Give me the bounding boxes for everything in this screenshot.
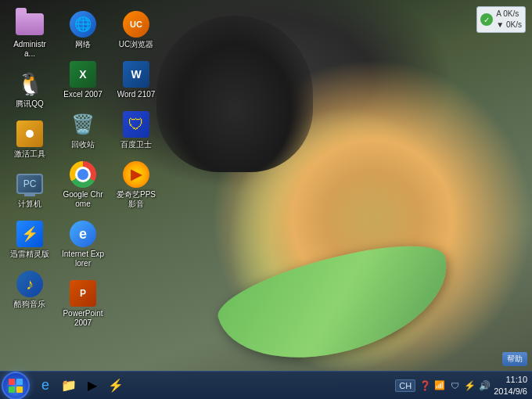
icon-qq-label: 腾讯QQ [16,99,44,109]
windows-logo [9,379,23,393]
uc-icon: UC [123,11,149,38]
clock[interactable]: 11:10 2014/9/6 [494,374,527,397]
taskbar-media-icon[interactable]: ▶ [81,375,103,397]
taskbar-quick-launch: e 📁 ▶ ⚡ [31,375,130,397]
desktop: ✓ A 0K/s ▼ 0K/s Administra... 🐧 腾讯QQ 激 [0,0,532,399]
icon-xunlei[interactable]: ⚡ 迅雷精灵版 [6,217,53,261]
taskbar-folder-icon[interactable]: 📁 [58,375,80,397]
tray-thunder-icon[interactable]: ⚡ [463,379,476,392]
icon-network-label: 网络 [75,40,91,49]
icon-powerpoint[interactable]: P PowerPoint 2007 [59,277,106,330]
icon-uc[interactable]: UC UC浏览器 [113,8,160,52]
icon-administrator[interactable]: Administra... [6,8,53,61]
clock-date: 2014/9/6 [494,386,527,397]
icon-qq[interactable]: 🐧 腾讯QQ [6,67,53,111]
tray-network-icon[interactable]: 📶 [433,379,446,392]
icon-excel[interactable]: X Excel 2007 [59,58,106,102]
icon-recycle[interactable]: 🗑️ 回收站 [59,108,106,152]
icon-recycle-label: 回收站 [71,140,95,149]
icon-network[interactable]: 🌐 网络 [59,8,106,52]
tray-help-icon[interactable]: ❓ [419,379,431,392]
icon-word[interactable]: W Word 2107 [113,58,160,102]
icon-computer-label: 计算机 [18,200,41,209]
baidu-guard-icon: 🛡 [123,111,149,138]
excel-icon: X [70,61,96,88]
computer-icon: PC [16,174,43,194]
recycle-icon: 🗑️ [69,110,97,138]
tray-volume-icon[interactable]: 🔊 [478,379,491,392]
icon-ie-label: Internet Explorer [62,250,104,268]
icon-word-label: Word 2107 [117,90,156,99]
icon-pps[interactable]: ▶ 爱奇艺PPS 影音 [113,158,160,211]
icon-baidu-guard[interactable]: 🛡 百度卫士 [113,108,160,152]
ime-status-text: A 0K/s ▼ 0K/s [496,9,522,31]
taskbar-right: CH ❓ 📶 🛡 ⚡ 🔊 11:10 2014/9/6 [395,374,532,397]
icon-excel-label: Excel 2007 [63,90,102,99]
mooncake-left [286,278,344,329]
chrome-icon [70,161,96,188]
icon-pps-label: 爱奇艺PPS 影音 [115,190,157,209]
icons-area: Administra... 🐧 腾讯QQ 激活工具 PC 计算机 [6,8,108,360]
taskbar-thunder-icon[interactable]: ⚡ [105,375,127,397]
ime-check-icon: ✓ [480,13,493,26]
icon-activation-label: 激活工具 [14,149,45,159]
network-icon: 🌐 [70,11,96,38]
admin-folder-icon [16,13,44,35]
icon-chrome-label: Google Chrome [62,190,104,209]
help-button[interactable]: 帮助 [502,352,527,366]
icon-powerpoint-label: PowerPoint 2007 [62,309,104,328]
mooncake-right [348,284,403,332]
icon-uc-label: UC浏览器 [119,40,153,49]
clock-time: 11:10 [494,374,527,385]
word-icon: W [123,61,149,88]
tray-antivirus-icon[interactable]: 🛡 [448,379,461,392]
xunlei-icon: ⚡ [16,221,43,247]
icon-xunlei-label: 迅雷精灵版 [10,250,49,259]
kuwo-icon: ♪ [16,271,43,297]
ime-toolbar[interactable]: ✓ A 0K/s ▼ 0K/s [476,6,526,33]
icon-chrome[interactable]: Google Chrome [59,158,106,211]
lang-label: CH [399,381,412,390]
pps-icon: ▶ [123,161,149,188]
start-button[interactable] [2,372,30,400]
icon-kuwo[interactable]: ♪ 酷狗音乐 [6,268,53,311]
icon-computer[interactable]: PC 计算机 [6,167,53,211]
icon-baidu-guard-label: 百度卫士 [120,140,152,149]
taskbar: e 📁 ▶ ⚡ CH ❓ 📶 🛡 ⚡ 🔊 11:10 2014/9/6 [0,371,532,399]
icon-administrator-label: Administra... [9,40,51,59]
icon-activation[interactable]: 激活工具 [6,117,53,161]
ppt-icon: P [70,280,96,307]
icon-ie[interactable]: e Internet Explorer [59,217,106,271]
icon-kuwo-label: 酷狗音乐 [14,300,45,309]
taskbar-ie-icon[interactable]: e [34,375,56,397]
lang-indicator[interactable]: CH [395,379,415,392]
ie-icon: e [70,221,96,247]
activation-icon [16,120,43,147]
system-tray: ❓ 📶 🛡 ⚡ 🔊 [419,379,491,392]
